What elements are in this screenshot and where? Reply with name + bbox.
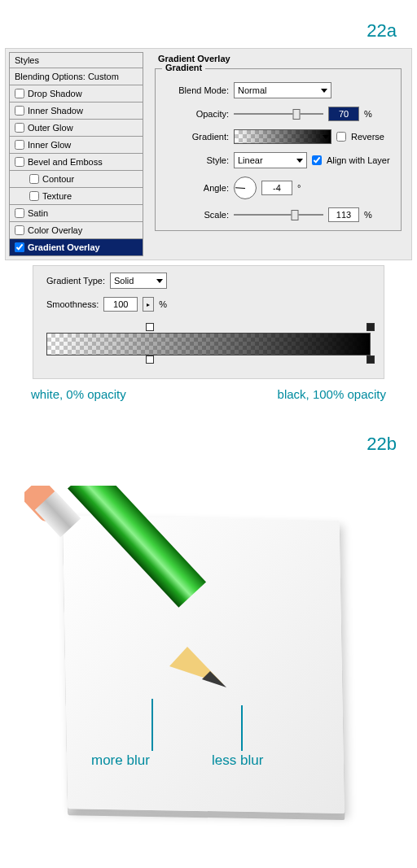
subsection-title: Gradient — [162, 63, 205, 72]
gradient-editor-panel: Gradient Type: Solid Smoothness: 100 ▸ % — [33, 265, 384, 379]
less-blur-label: less blur — [212, 752, 263, 769]
style-item-color-overlay[interactable]: Color Overlay — [9, 222, 143, 239]
style-item-inner-shadow[interactable]: Inner Shadow — [9, 103, 143, 120]
pencil-paper-illustration: more blur less blur — [0, 469, 417, 844]
style-checkbox[interactable] — [29, 191, 39, 201]
align-label: Align with Layer — [327, 155, 390, 165]
scale-label: Scale: — [162, 210, 229, 220]
style-item-label: Color Overlay — [28, 225, 82, 235]
scale-slider[interactable] — [234, 208, 323, 221]
style-checkbox[interactable] — [15, 123, 24, 133]
smoothness-label: Smoothness: — [46, 299, 99, 309]
angle-input[interactable]: -4 — [261, 181, 292, 195]
style-checkbox[interactable] — [15, 89, 24, 98]
blending-options-row[interactable]: Blending Options: Custom — [9, 68, 143, 85]
gradient-type-value: Solid — [114, 276, 134, 286]
style-item-contour[interactable]: Contour — [9, 171, 143, 188]
style-item-bevel-and-emboss[interactable]: Bevel and Emboss — [9, 154, 143, 171]
percent-sign: % — [364, 109, 372, 119]
paper-stack — [63, 516, 345, 813]
styles-column: Styles Blending Options: Custom Drop Sha… — [9, 52, 143, 256]
gradient-label: Gradient: — [162, 132, 229, 142]
blend-mode-label: Blend Mode: — [162, 85, 229, 95]
chevron-down-icon — [156, 279, 163, 283]
opacity-stop[interactable] — [367, 323, 375, 333]
blend-mode-dropdown[interactable]: Normal — [234, 82, 331, 98]
gradient-picker[interactable] — [234, 129, 331, 144]
caption-right: black, 100% opacity — [278, 387, 386, 401]
style-checkbox[interactable] — [15, 208, 24, 218]
style-item-label: Bevel and Emboss — [28, 157, 103, 167]
style-label: Style: — [162, 155, 229, 165]
style-item-inner-glow[interactable]: Inner Glow — [9, 137, 143, 154]
style-item-outer-glow[interactable]: Outer Glow — [9, 120, 143, 137]
align-checkbox[interactable] — [312, 155, 322, 165]
style-dropdown[interactable]: Linear — [234, 152, 307, 168]
blend-mode-value: Normal — [238, 85, 266, 95]
scale-input[interactable]: 113 — [328, 207, 359, 222]
style-item-label: Satin — [28, 208, 48, 218]
degree-sign: ° — [297, 183, 301, 193]
style-value: Linear — [238, 155, 263, 165]
opacity-label: Opacity: — [162, 109, 229, 119]
style-item-label: Contour — [42, 174, 74, 184]
percent-sign: % — [364, 210, 372, 220]
style-item-label: Inner Glow — [28, 140, 71, 150]
style-item-label: Drop Shadow — [28, 89, 82, 98]
style-item-drop-shadow[interactable]: Drop Shadow — [9, 85, 143, 103]
style-item-label: Inner Shadow — [28, 106, 83, 116]
layer-style-panel: Styles Blending Options: Custom Drop Sha… — [5, 48, 412, 260]
opacity-stop[interactable] — [146, 323, 154, 333]
smoothness-stepper[interactable]: ▸ — [143, 297, 154, 312]
style-checkbox[interactable] — [15, 140, 24, 150]
color-stop[interactable] — [367, 355, 375, 365]
angle-dial[interactable] — [234, 177, 257, 199]
style-item-label: Texture — [42, 191, 72, 201]
style-item-label: Gradient Overlay — [28, 242, 100, 252]
gradient-type-label: Gradient Type: — [46, 276, 105, 286]
style-checkbox[interactable] — [15, 106, 24, 116]
style-item-label: Outer Glow — [28, 123, 73, 133]
annotation-line-more — [151, 699, 153, 751]
svg-rect-0 — [24, 486, 67, 524]
more-blur-label: more blur — [91, 752, 150, 769]
styles-header[interactable]: Styles — [9, 52, 143, 68]
style-item-satin[interactable]: Satin — [9, 205, 143, 222]
chevron-down-icon — [321, 89, 327, 93]
annotation-line-less — [241, 705, 243, 751]
reverse-checkbox[interactable] — [336, 132, 346, 142]
gradient-bar[interactable] — [46, 325, 371, 364]
step-label-22b: 22b — [0, 401, 417, 461]
opacity-slider[interactable] — [234, 107, 323, 120]
reverse-label: Reverse — [351, 132, 384, 142]
step-label-22a: 22a — [0, 0, 417, 48]
color-stop[interactable] — [146, 355, 154, 365]
gradient-type-dropdown[interactable]: Solid — [110, 273, 167, 289]
style-checkbox[interactable] — [29, 174, 39, 184]
style-checkbox[interactable] — [15, 242, 24, 252]
gradient-stop-captions: white, 0% opacity black, 100% opacity — [31, 387, 386, 401]
smoothness-input[interactable]: 100 — [103, 297, 138, 312]
opacity-input[interactable]: 70 — [328, 107, 359, 121]
caption-left: white, 0% opacity — [31, 387, 126, 401]
percent-sign: % — [159, 299, 167, 309]
chevron-down-icon — [323, 135, 329, 139]
angle-label: Angle: — [162, 183, 229, 193]
chevron-down-icon — [296, 159, 303, 163]
style-item-gradient-overlay[interactable]: Gradient Overlay — [9, 239, 143, 256]
style-checkbox[interactable] — [15, 225, 24, 235]
gradient-overlay-settings: Gradient Overlay Gradient Blend Mode: No… — [148, 52, 408, 256]
style-checkbox[interactable] — [15, 157, 24, 167]
style-item-texture[interactable]: Texture — [9, 188, 143, 205]
